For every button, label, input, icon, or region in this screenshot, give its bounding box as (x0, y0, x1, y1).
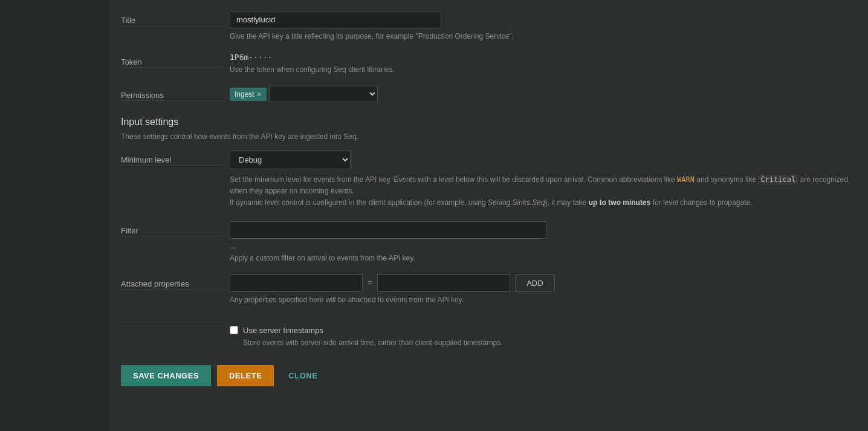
property-value-input[interactable] (377, 274, 510, 292)
main-content: Title Give the API key a title reflectin… (109, 0, 868, 431)
permissions-select[interactable]: Ingest Read Write (269, 86, 378, 102)
clone-button[interactable]: CLONE (280, 365, 326, 386)
minimum-level-row: Minimum level Trace Debug Information Wa… (121, 151, 850, 209)
level-desc-part4: If dynamic level control is configured i… (230, 198, 488, 207)
token-help: Use the token when configuring Seq clien… (230, 65, 850, 74)
input-settings-title: Input settings (121, 117, 850, 128)
permission-tag-close[interactable]: × (257, 90, 262, 99)
level-desc-part6: for level changes to propagate. (650, 198, 752, 207)
action-buttons: SAVE CHANGES DELETE CLONE (121, 365, 850, 386)
permissions-field-row: Permissions Ingest × Ingest Read Write (121, 86, 850, 102)
level-description: Set the minimum level for events from th… (230, 174, 850, 209)
filter-label: Filter (121, 221, 230, 235)
attached-properties-label: Attached properties (121, 274, 230, 288)
level-desc-part1: Set the minimum level for events from th… (230, 175, 677, 184)
filter-help: Apply a custom filter on arrival to even… (230, 254, 850, 262)
permissions-row: Ingest × Ingest Read Write (230, 86, 850, 102)
attached-properties-help: Any properties specified here will be at… (230, 296, 850, 304)
server-timestamps-row: Use server timestamps Store events with … (121, 316, 850, 347)
token-label: Token (121, 53, 230, 66)
bold-text: up to two minutes (589, 198, 651, 207)
server-timestamps-label-spacer (121, 316, 230, 321)
permission-tag-label: Ingest (235, 90, 254, 99)
level-desc-part5: ), it may take (545, 198, 589, 207)
save-changes-button[interactable]: SAVE CHANGES (121, 365, 211, 386)
filter-input[interactable] (230, 221, 546, 239)
server-timestamps-label[interactable]: Use server timestamps (243, 326, 323, 335)
minimum-level-select[interactable]: Trace Debug Information Warning Error Fa… (230, 151, 351, 169)
filter-dots: ... (230, 241, 850, 250)
title-help: Give the API key a title reflecting its … (230, 32, 850, 41)
add-property-button[interactable]: ADD (515, 274, 554, 292)
equals-sign: = (368, 278, 372, 288)
permissions-label: Permissions (121, 86, 230, 100)
token-content: 1P6m····· Use the token when configuring… (230, 53, 850, 74)
page-container: Title Give the API key a title reflectin… (0, 0, 868, 431)
title-label: Title (121, 11, 230, 25)
filter-field-row: Filter ... Apply a custom filter on arri… (121, 221, 850, 262)
token-field-row: Token 1P6m····· Use the token when confi… (121, 53, 850, 74)
sidebar (0, 0, 109, 431)
delete-button[interactable]: DELETE (217, 365, 274, 386)
title-input[interactable] (230, 11, 441, 28)
permission-tag-ingest: Ingest × (230, 88, 267, 101)
level-desc-part2: and synonyms like (695, 175, 758, 184)
server-timestamps-checkbox[interactable] (230, 326, 238, 334)
minimum-level-content: Trace Debug Information Warning Error Fa… (230, 151, 850, 209)
critical-text: Critical (758, 175, 798, 184)
warn-text: WARN (677, 175, 695, 184)
minimum-level-label: Minimum level (121, 151, 230, 164)
attached-properties-row: Attached properties = ADD Any properties… (121, 274, 850, 304)
filter-content: ... Apply a custom filter on arrival to … (230, 221, 850, 262)
permissions-content: Ingest × Ingest Read Write (230, 86, 850, 102)
input-settings-description: These settings control how events from t… (121, 132, 850, 141)
server-timestamps-content: Use server timestamps Store events with … (230, 316, 850, 347)
property-key-input[interactable] (230, 274, 363, 292)
serilog-text: Serilog.Sinks.Seq (488, 198, 545, 207)
server-timestamps-checkbox-row: Use server timestamps (230, 326, 850, 335)
title-field-row: Title Give the API key a title reflectin… (121, 11, 850, 41)
server-timestamps-help: Store events with server-side arrival ti… (243, 339, 850, 347)
title-content: Give the API key a title reflecting its … (230, 11, 850, 41)
token-value: 1P6m····· (230, 53, 850, 62)
input-settings-section: Input settings These settings control ho… (121, 117, 850, 141)
attached-properties-content: = ADD Any properties specified here will… (230, 274, 850, 304)
properties-input-row: = ADD (230, 274, 850, 292)
